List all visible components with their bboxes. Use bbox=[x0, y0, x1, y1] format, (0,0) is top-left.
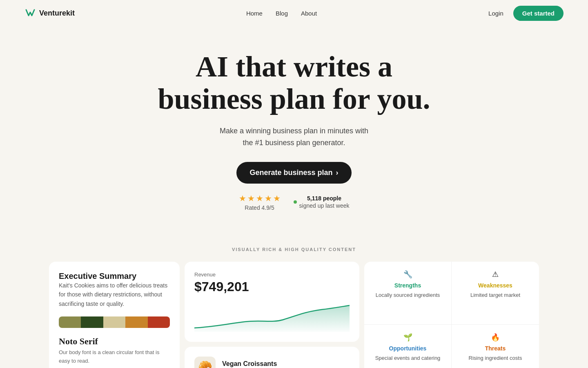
star-4: ★ bbox=[265, 193, 272, 203]
star-3: ★ bbox=[256, 193, 263, 203]
navbar: Venturekit Home Blog About Login Get sta… bbox=[0, 0, 588, 26]
get-started-button[interactable]: Get started bbox=[513, 6, 564, 21]
strengths-title: Strengths bbox=[394, 282, 421, 289]
hero-section: AI that writes a business plan for you. … bbox=[0, 26, 588, 227]
font-name: Noto Serif bbox=[59, 336, 170, 347]
weaknesses-icon: ⚠ bbox=[492, 270, 499, 279]
croissant-icon: 🥐 bbox=[198, 360, 212, 368]
opportunities-icon: 🌱 bbox=[403, 333, 412, 342]
strengths-desc: Locally sourced ingredients bbox=[376, 292, 440, 298]
color-swatch-4 bbox=[125, 316, 147, 328]
revenue-card: Revenue $749,201 bbox=[185, 262, 359, 342]
color-swatch-5 bbox=[148, 316, 170, 328]
rating-text: Rated 4.9/5 bbox=[239, 204, 281, 211]
color-palette bbox=[59, 316, 170, 328]
star-5: ★ bbox=[273, 193, 281, 203]
signup-block: 5,118 people signed up last week bbox=[294, 195, 350, 209]
nav-blog[interactable]: Blog bbox=[276, 10, 288, 17]
hero-headline: AI that writes a business plan for you. bbox=[131, 51, 457, 115]
swot-opportunities: 🌱 Opportunities Special events and cater… bbox=[364, 325, 452, 368]
star-2: ★ bbox=[247, 193, 255, 203]
nav-links: Home Blog About bbox=[246, 10, 317, 17]
star-rating: ★ ★ ★ ★ ★ bbox=[239, 193, 281, 203]
color-swatch-1 bbox=[59, 316, 81, 328]
threats-desc: Rising ingredient costs bbox=[469, 355, 522, 361]
hero-headline-line2: business plan for you. bbox=[158, 83, 430, 115]
product-name: Vegan Croissants bbox=[222, 360, 277, 368]
section-label: VISUALLY RICH & HIGH QUALITY CONTENT bbox=[0, 247, 588, 252]
logo-text: Venturekit bbox=[39, 9, 75, 18]
opportunities-desc: Special events and catering bbox=[375, 355, 441, 361]
login-button[interactable]: Login bbox=[488, 10, 503, 17]
rating-block: ★ ★ ★ ★ ★ Rated 4.9/5 bbox=[239, 193, 281, 211]
swot-card: 🔧 Strengths Locally sourced ingredients … bbox=[364, 262, 539, 368]
online-dot-icon bbox=[294, 200, 297, 204]
product-info: Vegan Croissants With fine vegan butter bbox=[222, 360, 277, 368]
threats-title: Threats bbox=[485, 345, 506, 352]
exec-summary-body: Kait's Cookies aims to offer delicious t… bbox=[59, 281, 170, 308]
weaknesses-desc: Limited target market bbox=[470, 292, 520, 298]
exec-summary-title: Executive Summary bbox=[59, 272, 170, 281]
color-swatch-2 bbox=[81, 316, 103, 328]
swot-strengths: 🔧 Strengths Locally sourced ingredients bbox=[364, 262, 452, 325]
cta-button[interactable]: Generate business plan › bbox=[236, 162, 351, 184]
strengths-icon: 🔧 bbox=[403, 270, 412, 279]
logo-icon bbox=[24, 7, 36, 19]
revenue-chart bbox=[194, 299, 350, 332]
revenue-label: Revenue bbox=[194, 272, 350, 278]
star-1: ★ bbox=[239, 193, 246, 203]
product-card: 🥐 Vegan Croissants With fine vegan butte… bbox=[185, 347, 359, 368]
product-icon: 🥐 bbox=[194, 357, 216, 368]
cards-grid: Executive Summary Kait's Cookies aims to… bbox=[24, 262, 564, 368]
hero-subtext: Make a winning business plan in minutes … bbox=[8, 125, 580, 149]
revenue-amount: $749,201 bbox=[194, 279, 350, 294]
exec-summary-header: Executive Summary Kait's Cookies aims to… bbox=[59, 272, 170, 308]
color-swatch-3 bbox=[103, 316, 125, 328]
signup-count: 5,118 people bbox=[307, 195, 341, 202]
font-desc: Our body font is a clean circular font t… bbox=[59, 348, 170, 366]
executive-summary-card: Executive Summary Kait's Cookies aims to… bbox=[49, 262, 180, 368]
weaknesses-title: Weaknesses bbox=[478, 282, 512, 289]
cta-label: Generate business plan bbox=[249, 168, 332, 177]
signup-text: signed up last week bbox=[299, 202, 350, 209]
nav-right: Login Get started bbox=[488, 6, 564, 21]
nav-home[interactable]: Home bbox=[246, 10, 263, 17]
swot-threats: 🔥 Threats Rising ingredient costs bbox=[452, 325, 539, 368]
opportunities-title: Opportunities bbox=[389, 345, 427, 352]
signup-info: 5,118 people signed up last week bbox=[299, 195, 350, 209]
social-proof: ★ ★ ★ ★ ★ Rated 4.9/5 5,118 people signe… bbox=[8, 193, 580, 211]
nav-about[interactable]: About bbox=[301, 10, 317, 17]
hero-headline-line1: AI that writes a bbox=[196, 50, 392, 83]
cta-arrow-icon: › bbox=[336, 168, 339, 177]
swot-weaknesses: ⚠ Weaknesses Limited target market bbox=[452, 262, 539, 325]
font-section: Noto Serif Our body font is a clean circ… bbox=[59, 336, 170, 366]
threats-icon: 🔥 bbox=[491, 333, 500, 342]
logo[interactable]: Venturekit bbox=[24, 7, 75, 19]
